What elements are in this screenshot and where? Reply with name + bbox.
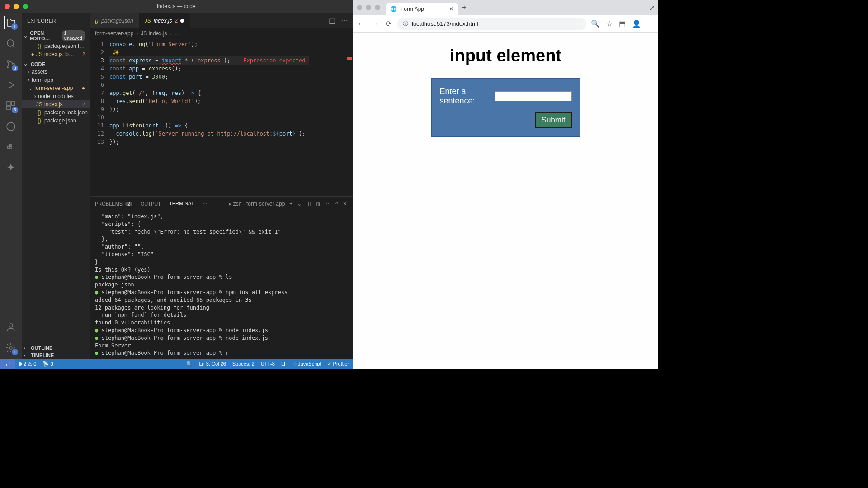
status-errors[interactable]: ⊗ 2 ⚠ 0 (18, 361, 36, 367)
docker-icon[interactable] (5, 141, 17, 154)
minimap-error-marker[interactable] (347, 57, 352, 60)
file-item[interactable]: {}package.json (22, 117, 90, 125)
browser-tab[interactable]: 🌐 Form App ✕ (386, 3, 458, 15)
gear-icon[interactable]: 1 (5, 342, 17, 354)
close-panel-icon[interactable]: ✕ (343, 201, 347, 207)
split-icon[interactable]: ◫ (329, 16, 335, 25)
sparkle-icon[interactable] (5, 162, 17, 174)
terminal-dropdown-icon[interactable]: ⌄ (297, 201, 302, 207)
file-item[interactable]: {}package-lock.json (22, 108, 90, 117)
address-bar[interactable]: ⓘ localhost:5173/index.html (397, 18, 586, 30)
sidebar-more-icon[interactable]: ⋯ (79, 18, 85, 23)
status-ports[interactable]: 📡 0 (42, 361, 53, 367)
open-file[interactable]: ●JSindex.js fo…2 (22, 50, 90, 58)
form-box: Enter a sentence: Submit (431, 78, 580, 137)
forward-icon[interactable]: → (370, 19, 379, 28)
install-icon[interactable]: ⬒ (619, 19, 626, 28)
reload-icon[interactable]: ⟳ (384, 19, 393, 28)
sidebar: EXPLORER⋯ ⌄OPEN EDITO…1 unsaved {}packag… (22, 13, 90, 359)
max-traffic[interactable] (23, 4, 28, 9)
breadcrumbs[interactable]: form-server-app › JS index.js › … (90, 28, 353, 38)
kill-terminal-icon[interactable]: 🗑 (316, 201, 321, 207)
zoom-icon[interactable]: 🔍 (591, 19, 600, 28)
find-icon[interactable]: 🔍 (186, 361, 193, 367)
folder-item[interactable]: › node_modules (22, 92, 90, 100)
new-terminal-icon[interactable]: + (289, 201, 292, 207)
browser-min-traffic[interactable] (366, 5, 371, 10)
bookmark-icon[interactable]: ☆ (606, 19, 613, 28)
close-traffic[interactable] (5, 4, 10, 9)
svg-point-1 (7, 61, 9, 62)
titlebar: index.js — code (0, 0, 353, 13)
account-icon[interactable] (5, 321, 17, 333)
window-title: index.js — code (157, 3, 195, 9)
folder-item[interactable]: › form-app (22, 76, 90, 84)
explorer-badge: 1 (11, 23, 18, 30)
problems-tab[interactable]: PROBLEMS2 (95, 201, 132, 206)
svg-point-12 (9, 347, 12, 349)
outline-header[interactable]: ›OUTLINE (22, 344, 90, 352)
extensions-icon[interactable]: 3 (5, 99, 17, 112)
status-encoding[interactable]: UTF-8 (261, 361, 275, 366)
code-header[interactable]: ⌄CODE (22, 60, 90, 68)
svg-rect-4 (7, 102, 10, 105)
svg-point-7 (7, 122, 15, 131)
browser-tab-title: Form App (401, 6, 424, 12)
svg-point-2 (7, 66, 9, 68)
browser-expand-icon[interactable]: ⤢ (649, 4, 655, 12)
file-item[interactable]: JSindex.js2 (22, 100, 90, 108)
editor-tab[interactable]: {}package.json (90, 13, 139, 28)
back-icon[interactable]: ← (357, 19, 366, 28)
open-editors-header[interactable]: ⌄OPEN EDITO…1 unsaved (22, 29, 90, 42)
status-lang[interactable]: {} JavaScript (293, 361, 321, 366)
unsaved-pill: 1 unsaved (62, 30, 85, 41)
scm-badge: 3 (12, 65, 18, 71)
svg-rect-6 (7, 106, 10, 110)
svg-rect-10 (9, 144, 11, 146)
split-terminal-icon[interactable]: ◫ (306, 201, 311, 207)
site-info-icon[interactable]: ⓘ (403, 20, 408, 28)
browser-max-traffic[interactable] (375, 5, 380, 10)
status-eol[interactable]: LF (281, 361, 287, 366)
panel-more-icon[interactable]: ⋯ (203, 201, 208, 207)
status-spaces[interactable]: Spaces: 2 (232, 361, 255, 366)
scm-icon[interactable]: 3 (5, 58, 17, 70)
open-file[interactable]: {}package.json f… (22, 42, 90, 50)
tab-more-icon[interactable]: ⋯ (341, 16, 348, 25)
output-tab[interactable]: OUTPUT (141, 201, 161, 206)
terminal-tab[interactable]: TERMINAL (169, 201, 194, 207)
submit-button[interactable]: Submit (535, 112, 572, 128)
panel-overflow-icon[interactable]: ⋯ (326, 201, 331, 207)
svg-rect-8 (7, 146, 9, 148)
svg-point-0 (7, 40, 14, 46)
close-tab-icon[interactable]: ✕ (449, 6, 453, 12)
vscode-window: index.js — code 1 3 3 1 EXPLORER⋯ ⌄OPEN … (0, 0, 353, 369)
menu-icon[interactable]: ⋮ (647, 19, 655, 28)
page-heading: input element (450, 46, 561, 66)
folder-item[interactable]: › assets (22, 68, 90, 76)
debug-icon[interactable] (5, 79, 17, 91)
new-tab-icon[interactable]: + (458, 1, 471, 14)
url-text: localhost:5173/index.html (412, 20, 478, 27)
browser-close-traffic[interactable] (357, 5, 362, 10)
min-traffic[interactable] (14, 4, 19, 9)
terminal[interactable]: "main": "index.js", "scripts": { "test":… (90, 211, 353, 359)
status-prettier[interactable]: ✓ Prettier (327, 361, 349, 367)
maximize-panel-icon[interactable]: ^ (335, 201, 338, 207)
timeline-header[interactable]: ›TIMELINE (22, 352, 90, 359)
folder-item[interactable]: ⌄ form-server-app● (22, 84, 90, 92)
editor-tab[interactable]: JSindex.js2 (139, 13, 190, 28)
sentence-input[interactable] (495, 91, 572, 101)
page-content: input element Enter a sentence: Submit (353, 33, 658, 369)
status-cursor[interactable]: Ln 3, Col 26 (199, 361, 226, 366)
liveshare-icon[interactable] (5, 120, 17, 133)
browser-window: 🌐 Form App ✕ + ⤢ ← → ⟳ ⓘ localhost:5173/… (353, 0, 658, 369)
terminal-shell-label[interactable]: ▸ zsh - form-server-app (229, 201, 285, 207)
search-icon[interactable] (5, 37, 17, 50)
remote-button[interactable]: ⇄ (0, 359, 15, 369)
explorer-icon[interactable]: 1 (4, 16, 17, 29)
tab-favicon: 🌐 (390, 6, 397, 12)
profile-icon[interactable]: 👤 (632, 19, 641, 28)
svg-point-11 (9, 324, 13, 327)
code-editor[interactable]: 12345678910111213 console.log("Form Serv… (90, 38, 353, 196)
